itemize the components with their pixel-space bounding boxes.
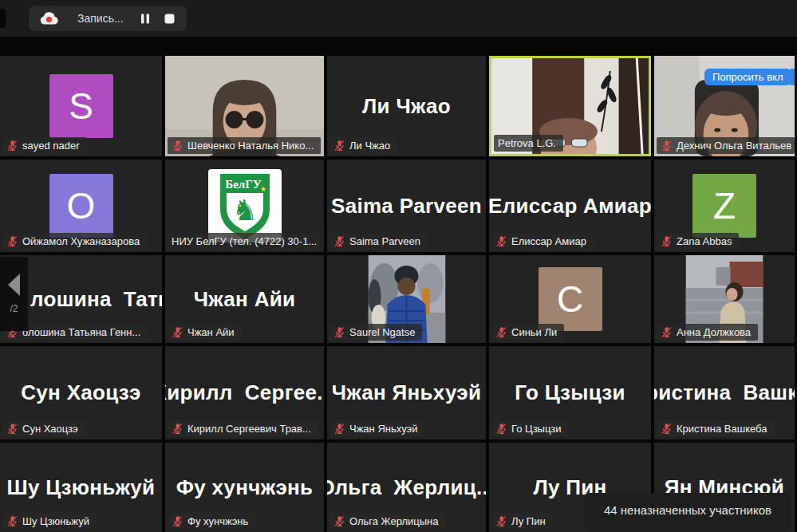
avatar-initial: O: [49, 174, 113, 238]
unassigned-participants-toast: 44 неназначенных участников: [585, 493, 791, 532]
participant-name-text: Ольга Жерлицына: [349, 515, 439, 527]
participant-name-text: Шу Цзюньжуй: [22, 515, 89, 527]
mic-muted-icon: [172, 515, 183, 527]
window-edge-tab: [0, 9, 6, 28]
participant-name-label: Zana Abbas: [657, 233, 739, 250]
participant-name-text: Фу хунчжэнь: [187, 515, 248, 527]
mic-muted-icon: [661, 235, 673, 247]
participant-tile-saurel-ngatse[interactable]: Saurel Ngatse: [327, 255, 486, 343]
mic-muted-icon: [6, 515, 18, 527]
participant-name-text: Кристина Вашкеба: [677, 423, 767, 435]
page-indicator: /2: [10, 303, 18, 314]
participant-name-label: Кристина Вашкеба: [657, 420, 774, 437]
mic-muted-icon: [6, 235, 18, 247]
participant-name-label: sayed nader: [2, 137, 87, 154]
participant-name-label: Анна Должкова: [657, 324, 758, 341]
ask-unmute-button[interactable]: Попросить вкл: [704, 69, 791, 85]
participant-tile-sun-haotsze[interactable]: Сун Хаоцзэ Сун Хаоцзэ: [0, 346, 162, 439]
participant-tile-dehnich[interactable]: Попросить вкл Дехнич Ольга Витальев: [654, 56, 795, 156]
pause-recording-button[interactable]: [139, 12, 152, 26]
participant-name-text: Saurel Ngatse: [349, 326, 415, 338]
svg-text:♞: ♞: [231, 194, 257, 227]
belgu-university-logo: БелГУ ★ ♞ 1876: [208, 169, 282, 242]
participant-name-text: Кирилл Сергеевич Трав...: [187, 423, 311, 435]
recording-indicator: Запись...: [29, 6, 187, 31]
stop-recording-button[interactable]: [163, 12, 176, 26]
participant-name-text: Zana Abbas: [677, 235, 732, 247]
belgu-logo: БелГУ ★ ♞ 1876: [208, 169, 282, 242]
participant-name-text: Лу Пин: [511, 515, 546, 527]
mic-muted-icon: [661, 326, 673, 338]
participant-name-text: Го Цзыцзи: [511, 423, 561, 435]
participant-tile-oyzhamol[interactable]: O Ойжамол Хужаназарова: [0, 160, 162, 252]
mic-muted-icon: [6, 140, 18, 152]
participant-name-label: Ли Чжао: [329, 137, 397, 154]
stop-icon: [164, 14, 175, 24]
participant-name-label: Petrova L.G.: [494, 135, 563, 152]
prev-page-button[interactable]: /2: [0, 257, 28, 331]
participant-name-text: Ойжамол Хужаназарова: [22, 235, 140, 247]
unassigned-text: 44 неназначенных участников: [604, 503, 771, 532]
participant-name-label: Ойжамол Хужаназарова: [2, 233, 147, 250]
avatar-initial: C: [539, 267, 602, 331]
participant-name-label: Кирилл Сергеевич Трав...: [168, 420, 318, 437]
svg-text:★: ★: [259, 185, 266, 193]
participant-tile-zana-abbas[interactable]: Z Zana Abbas: [654, 160, 795, 252]
participant-tile-saima-parveen[interactable]: Saima Parveen Saima Parveen: [327, 160, 486, 252]
mic-muted-icon: [495, 423, 507, 435]
participant-name-text: Чжан Айи: [187, 326, 235, 338]
ask-unmute-button-partial[interactable]: [789, 69, 795, 85]
mic-muted-icon: [333, 515, 345, 527]
pause-icon: [140, 14, 150, 24]
mic-muted-icon: [495, 515, 507, 527]
participant-tile-elissar-amiar[interactable]: Елиссар Амиар Елиссар Амиар: [489, 160, 651, 252]
participant-name-label: Saima Parveen: [329, 233, 428, 250]
participant-tile-anna-dolzhkova[interactable]: Анна Должкова: [654, 255, 795, 343]
participant-tile-sayed-nader[interactable]: S sayed nader: [0, 56, 162, 156]
participant-tile-zhang-yanhui[interactable]: Чжан Яньхуэй Чжан Яньхуэй: [327, 346, 486, 439]
participant-tile-shu-tszyunzhuy[interactable]: Шу Цзюньжуй Шу Цзюньжуй: [0, 443, 162, 532]
participant-name-text: НИУ БелГУ (тел. (4722) 30-1...: [172, 235, 317, 247]
participant-tile-xinyi-li[interactable]: C Синьи Ли: [489, 255, 651, 343]
participant-name-label: Чжан Айи: [168, 324, 242, 341]
svg-text:БелГУ: БелГУ: [225, 178, 262, 191]
participant-name-text: Шевченко Наталья Нико...: [187, 140, 314, 152]
mic-muted-icon: [172, 326, 183, 338]
participant-name-label: Елиссар Амиар: [491, 233, 594, 250]
mic-muted-icon: [333, 326, 345, 338]
recording-label: Запись...: [77, 12, 124, 25]
participant-name-text: Анна Должкова: [677, 326, 751, 338]
participant-tile-shevchenko[interactable]: Шевченко Наталья Нико...: [165, 56, 324, 156]
participant-tile-go-tszytszi[interactable]: Го Цзыцзи Го Цзыцзи: [489, 346, 651, 439]
participant-name-label: Синьи Ли: [491, 324, 564, 341]
participant-name-label: Го Цзыцзи: [491, 420, 568, 437]
mic-muted-icon: [333, 235, 345, 247]
participant-name-text: Елиссар Амиар: [511, 235, 586, 247]
participant-tile-olga-zherlitsyna[interactable]: Ольга Жерлиц... Ольга Жерлицына: [327, 443, 486, 532]
participant-tile-zhang-ayi[interactable]: Чжан Айи Чжан Айи: [165, 255, 324, 343]
participant-grid: S sayed nader: [0, 56, 795, 532]
participant-name-label: Сун Хаоцзэ: [2, 420, 85, 437]
participant-tile-kristina[interactable]: Кристина Вашк... Кристина Вашкеба: [654, 346, 795, 439]
participant-name-text: олошина Татьяна Генн...: [22, 326, 140, 338]
participant-name-text: Saima Parveen: [349, 235, 420, 247]
participant-name-label: Лу Пин: [491, 513, 553, 530]
participant-name-label: Ольга Жерлицына: [329, 513, 446, 530]
participant-tile-li-zhao[interactable]: Ли Чжао Ли Чжао: [327, 56, 486, 156]
participant-tile-kirill[interactable]: Кирилл Сергее... Кирилл Сергеевич Трав..…: [165, 346, 324, 439]
avatar-initial: S: [49, 74, 113, 138]
participant-name-label: Шевченко Наталья Нико...: [168, 137, 321, 154]
participant-tile-fu-hunchzhen[interactable]: Фу хунчжэнь Фу хунчжэнь: [165, 443, 324, 532]
mic-muted-icon: [172, 140, 183, 152]
participant-tile-petrova[interactable]: Petrova L.G.: [489, 56, 651, 156]
participant-name-label: Шу Цзюньжуй: [2, 513, 97, 530]
participant-name-text: Ли Чжао: [349, 140, 390, 152]
meeting-window: Запись... S: [0, 0, 797, 532]
mic-muted-icon: [661, 140, 673, 152]
participant-name-label: НИУ БелГУ (тел. (4722) 30-1...: [168, 233, 324, 250]
cloud-recording-icon: [39, 10, 60, 26]
participant-name-text: Чжан Яньхуэй: [349, 423, 417, 435]
participant-tile-belgu[interactable]: БелГУ ★ ♞ 1876 НИУ БелГУ (тел. (4722) 30…: [165, 160, 324, 252]
participant-name-text: Сун Хаоцзэ: [22, 423, 78, 435]
participant-name-label: Фу хунчжэнь: [168, 513, 255, 530]
